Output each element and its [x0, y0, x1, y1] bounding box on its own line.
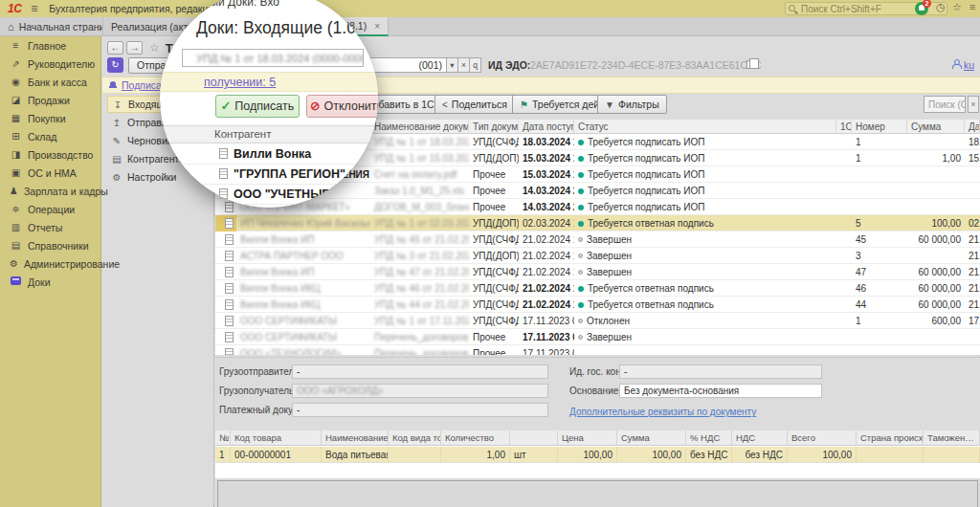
- sidebar-item-2[interactable]: ⇗Руководителю: [0, 55, 100, 73]
- sidebar-item-8[interactable]: ▣ОС и НМА: [0, 164, 100, 182]
- doc-type-cell: УПД(СЧФДОП): [469, 134, 519, 150]
- history-icon[interactable]: ◷: [936, 1, 946, 13]
- status-cell: [574, 345, 836, 355]
- status-dot: [578, 302, 584, 308]
- date-cell: 17.11.2023 01:1: [519, 345, 574, 355]
- main-menu-icon[interactable]: ≡: [31, 2, 37, 15]
- sidebar-item-7[interactable]: ◨Производство: [0, 145, 100, 164]
- notifications-icon[interactable]: 2: [915, 2, 928, 15]
- copy-icon[interactable]: [746, 60, 754, 69]
- magnified-receipt-link[interactable]: получении: 5: [204, 76, 276, 89]
- form-field[interactable]: -: [619, 364, 822, 379]
- sidebar-item-12[interactable]: ▤Справочники: [0, 236, 100, 254]
- sidebar-item-11[interactable]: ▥Отчеты: [0, 218, 100, 236]
- date-cell: 17.11.2023 01:17: [519, 329, 574, 345]
- form-field[interactable]: -: [292, 364, 548, 379]
- table-row[interactable]: ООО СЕРТИФИКАТЫУПД № 1 от 17.11.2023УПД(…: [215, 313, 980, 329]
- filters-button[interactable]: ▼Фильтры: [597, 95, 667, 114]
- row-icon-cell: [215, 264, 236, 280]
- tab-home-label: Начальная страница: [19, 21, 103, 33]
- sidebar-item-9[interactable]: ♟Зарплата и кадры: [0, 182, 100, 200]
- status-cell: Завершен: [574, 231, 836, 248]
- table-row[interactable]: Вилли Вонка ИПУПД № 47 от 21.02.2024УПД(…: [215, 264, 980, 280]
- table-row[interactable]: ООО «ПРИНТ-МАРКЕТ»ДОГОВ_М_003_бланк_за…П…: [215, 199, 980, 215]
- column-header[interactable]: Тип документа: [469, 120, 519, 134]
- decline-button[interactable]: ⊘Отклонить: [306, 95, 378, 118]
- sidebar-item-6[interactable]: ⊞Склад: [0, 127, 100, 145]
- column-header[interactable]: Сумма: [907, 120, 965, 134]
- sidebar-item-4[interactable]: ◪Продажи: [0, 91, 100, 109]
- items-column-header[interactable]: Код вида товара: [389, 430, 441, 446]
- c1-cell: [836, 313, 852, 329]
- sidebar-item-3[interactable]: ◉Банк и касса: [0, 73, 100, 91]
- edo-sync-icon[interactable]: ↻: [107, 57, 123, 73]
- sidebar-item-1[interactable]: ≡Главное: [0, 36, 100, 55]
- column-header[interactable]: 1С: [836, 120, 852, 134]
- service-menu-icon[interactable]: ≡: [969, 1, 975, 12]
- items-column-header[interactable]: №: [215, 430, 231, 446]
- sidebar-item-14[interactable]: Доки: [0, 273, 100, 291]
- table-row[interactable]: Вилли Вонка ИКЦУПД № 46 от 21.02.2024УПД…: [215, 280, 980, 297]
- items-cell: 00-00000001: [231, 447, 322, 463]
- items-column-header[interactable]: Код товара: [231, 430, 322, 446]
- items-row[interactable]: 100-00000001Вода питьевая дл…1,00шт100,0…: [215, 447, 980, 463]
- table-row[interactable]: ИП Чекаленко Юрий ВасильевичУПД № 1 от 0…: [215, 215, 980, 231]
- table-search-input[interactable]: Поиск (Ctrl+F): [924, 96, 966, 113]
- items-column-header[interactable]: % НДС: [686, 430, 732, 446]
- date2-cell: [965, 166, 980, 183]
- sign-button[interactable]: ✓Подписать: [215, 95, 300, 118]
- additional-requisites-link[interactable]: Дополнительные реквизиты по документу: [569, 407, 756, 417]
- items-column-header[interactable]: Таможен…: [924, 430, 980, 446]
- date-cell: 21.02.2024 18:17: [519, 248, 574, 264]
- table-row[interactable]: ООО СЕРТИФИКАТЫПеречень_договоров_отгр.В…: [215, 329, 980, 345]
- items-column-header[interactable]: Сумма: [617, 430, 686, 446]
- kontragent-cell: ООО СЕРТИФИКАТЫ: [236, 329, 370, 345]
- form-field[interactable]: ООО «АГРОХОЛД»: [292, 384, 548, 398]
- sidebar-item-13[interactable]: ⚙Администрирование: [0, 254, 100, 273]
- field-open-icon[interactable]: ɋ: [470, 57, 481, 73]
- search-clear-icon[interactable]: ×: [968, 96, 979, 113]
- column-header[interactable]: Дата: [965, 120, 980, 134]
- items-column-header[interactable]: Цена: [558, 430, 617, 446]
- field-dropdown-icon[interactable]: ▾: [447, 57, 458, 73]
- status-cell: Требуется подписать ИОП: [574, 166, 836, 183]
- table-row[interactable]: Вилли Вонка ИПУПД № 45 от 21.02.2024УПД(…: [215, 231, 980, 248]
- table-row[interactable]: Вилли Вонка ИКЦУПД № 44 от 21.02.2024УПД…: [215, 297, 980, 313]
- number-cell: [852, 329, 907, 345]
- items-column-header[interactable]: Наименование то…: [322, 430, 389, 446]
- tab-close-icon[interactable]: ×: [374, 21, 380, 32]
- form-field[interactable]: Без документа-основания: [619, 384, 822, 398]
- table-row[interactable]: АСТРА ПАРТНЕР ОООУПД № 3 от 21.02.2024УП…: [215, 248, 980, 264]
- column-header[interactable]: Дата поступ… ↑: [519, 120, 574, 134]
- document-icon: [225, 299, 234, 310]
- nav-item-icon: ↧: [112, 99, 123, 110]
- flag-icon: ⚑: [520, 99, 528, 110]
- tab-home[interactable]: ⌂ Начальная страница: [0, 17, 103, 36]
- document-icon: [219, 148, 228, 159]
- form-field[interactable]: -: [292, 403, 548, 417]
- column-header[interactable]: Номер: [852, 120, 907, 134]
- magnified-table-row[interactable]: Вилли Вонка: [160, 144, 378, 165]
- items-column-header[interactable]: Всего: [788, 430, 857, 446]
- favorite-star-icon[interactable]: ☆: [149, 41, 160, 55]
- back-button[interactable]: ←: [107, 41, 123, 55]
- sum-cell: [907, 183, 965, 199]
- forward-button[interactable]: →: [126, 41, 143, 55]
- column-header[interactable]: Наименование документа: [370, 120, 469, 134]
- status-cell: Отклонен: [574, 313, 836, 329]
- items-column-header[interactable]: Количество: [441, 430, 510, 446]
- items-cell: [389, 447, 441, 463]
- row-icon-cell: [215, 215, 236, 231]
- column-header[interactable]: Статус: [574, 120, 836, 134]
- items-column-header[interactable]: [510, 430, 558, 446]
- sidebar-item-10[interactable]: ≑Операции: [0, 200, 100, 218]
- user-link[interactable]: ku: [964, 59, 974, 71]
- favorites-star-icon[interactable]: ☆: [952, 1, 962, 13]
- kontragent-cell: АСТРА ПАРТНЕР ООО: [236, 248, 370, 264]
- sidebar-item-label: Производство: [28, 149, 93, 161]
- table-row[interactable]: ООО «ТЕХНОЛОГИИ»Перечень_договоров_отгр……: [215, 345, 980, 355]
- field-clear-icon[interactable]: ×: [458, 57, 470, 73]
- items-column-header[interactable]: Страна происхож…: [857, 430, 924, 446]
- items-column-header[interactable]: НДС: [732, 430, 788, 446]
- sidebar-item-5[interactable]: ▦Покупки: [0, 109, 100, 127]
